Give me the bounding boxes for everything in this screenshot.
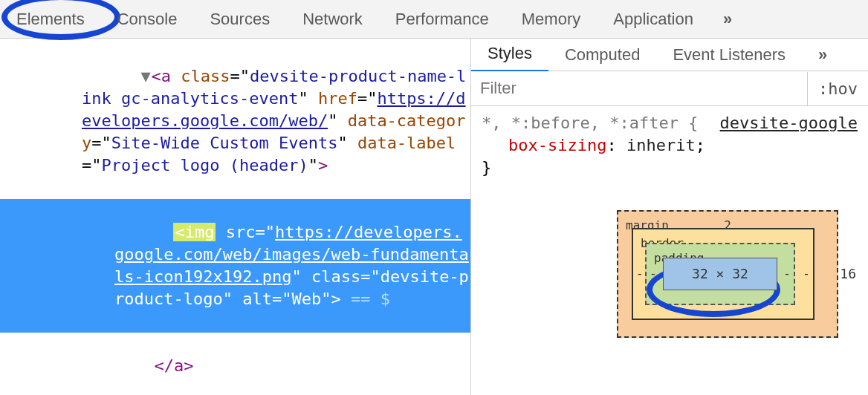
filter-row: :hov [471,71,868,106]
css-pane[interactable]: *, *:before, *:after { devsite-google bo… [471,106,868,395]
dom-attr: alt [242,290,272,308]
dom-attr-val: Site-Wide Custom Events [111,134,338,152]
disclosure-triangle-icon[interactable]: ▼ [140,65,151,88]
dom-tag: <a [151,67,171,85]
bm-margin[interactable]: margin 2 16 border - - - padding - - 32 … [617,210,838,338]
elements-panel[interactable]: ▼<a class="devsite-product-name-link gc-… [0,39,471,395]
dom-attr: src [226,223,256,241]
bm-content-size[interactable]: 32 × 32 [663,258,777,290]
bm-margin-right[interactable]: 16 [840,263,856,285]
hov-toggle[interactable]: :hov [807,72,868,105]
dom-tag: </a> [154,356,193,375]
css-selector[interactable]: *, *:before, *:after { [482,114,698,132]
dom-selected-ref: == $ [341,290,390,308]
dom-attr-val: Web [291,290,321,308]
tab-application[interactable]: Application [597,1,710,38]
dom-attr-val: Project logo (header) [102,156,308,174]
bm-padding-right[interactable]: - [783,263,791,285]
css-source-link[interactable]: devsite-google [720,112,858,134]
tab-sources[interactable]: Sources [193,1,286,38]
panels: ▼<a class="devsite-product-name-link gc-… [0,39,868,395]
css-value[interactable]: inherit [626,136,696,154]
styles-filter-input[interactable] [471,71,807,105]
dom-attr: class [181,67,230,85]
box-model[interactable]: margin 2 16 border - - - padding - - 32 … [617,210,838,338]
dom-node[interactable]: </a> [0,333,470,395]
tab-network[interactable]: Network [286,1,379,38]
tab-computed[interactable]: Computed [548,39,657,71]
tab-styles[interactable]: Styles [471,37,548,72]
dom-node[interactable]: ▼<a class="devsite-product-name-link gc-… [0,43,470,199]
tab-console[interactable]: Console [101,1,194,38]
tab-performance[interactable]: Performance [379,1,505,38]
bm-border-right[interactable]: - [803,263,810,285]
css-brace: } [482,157,858,179]
css-property[interactable]: box-sizing [508,136,606,154]
dom-attr: data-label [357,134,456,152]
tab-memory[interactable]: Memory [505,1,597,38]
right-tabs: Styles Computed Event Listeners » [471,39,868,71]
styles-panel: Styles Computed Event Listeners » :hov *… [471,39,868,395]
tab-right-more[interactable]: » [802,39,843,71]
bm-border-left[interactable]: - [636,263,644,285]
devtools-toolbar: Elements Console Sources Network Perform… [0,0,868,39]
tab-event-listeners[interactable]: Event Listeners [656,39,802,71]
dom-tag: <img [173,223,216,241]
dom-attr: class [311,267,360,286]
dom-node-selected[interactable]: <img src="https://developers.google.com/… [0,199,470,333]
tab-elements[interactable]: Elements [0,1,101,38]
tab-more[interactable]: » [710,1,745,38]
dom-attr: href [318,89,357,108]
